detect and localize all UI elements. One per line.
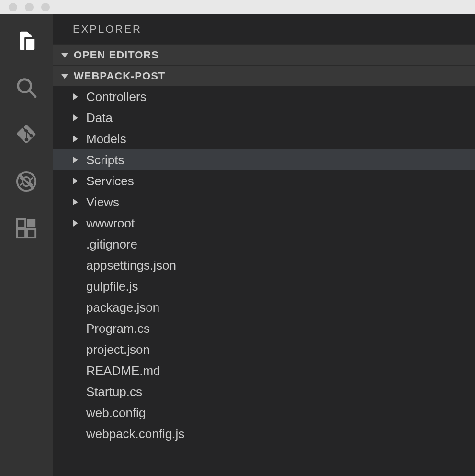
section-open-editors[interactable]: OPEN EDITORS [53,44,475,65]
activity-bar [0,14,53,476]
tree-item-label: Models [86,132,126,147]
close-traffic-icon[interactable] [9,3,17,11]
tree-item-label: wwwroot [86,216,135,231]
tree-item-label: Controllers [86,90,147,104]
tree-file[interactable]: web.config [53,402,475,423]
zoom-traffic-icon[interactable] [41,3,50,11]
tree-folder[interactable]: Data [53,107,475,128]
chevron-right-icon [72,114,79,121]
tree-file[interactable]: webpack.config.js [53,423,475,444]
sidebar-title: EXPLORER [53,14,475,44]
tree-item-label: .gitignore [86,237,137,252]
activity-explorer[interactable] [15,31,37,53]
tree-folder[interactable]: Scripts [53,149,475,170]
debug-icon [15,170,37,194]
tree-item-label: Scripts [86,153,124,168]
tree-item-label: appsettings.json [86,258,176,273]
activity-source-control[interactable] [15,125,37,147]
chevron-right-icon [72,157,79,163]
tree-folder[interactable]: Services [53,170,475,192]
explorer-sidebar: EXPLORER OPEN EDITORS WEBPACK-POST Contr… [53,14,475,476]
tree-folder[interactable]: Models [53,128,475,149]
chevron-down-icon [61,70,68,82]
tree-item-label: webpack.config.js [86,427,184,442]
tree-file[interactable]: .gitignore [53,234,475,255]
file-tree: ControllersDataModelsScriptsServicesView… [53,86,475,444]
tree-file[interactable]: Program.cs [53,318,475,339]
tree-file[interactable]: package.json [53,297,475,318]
tree-item-label: Program.cs [86,321,150,336]
svg-rect-9 [17,219,25,227]
tree-item-label: Services [86,174,134,189]
tree-folder[interactable]: Views [53,192,475,213]
tree-file[interactable]: README.md [53,360,475,381]
tree-folder[interactable]: Controllers [53,86,475,107]
activity-extensions[interactable] [15,218,37,240]
chevron-right-icon [72,136,79,142]
svg-rect-10 [17,229,25,238]
tree-item-label: README.md [86,363,160,378]
window-titlebar [0,0,475,14]
tree-item-label: package.json [86,300,159,315]
chevron-right-icon [72,93,79,100]
tree-file[interactable]: gulpfile.js [53,276,475,297]
extensions-icon [15,217,37,241]
chevron-right-icon [72,220,79,227]
tree-item-label: Data [86,111,113,125]
search-icon [15,77,37,101]
chevron-down-icon [61,49,68,61]
svg-rect-11 [27,229,35,238]
chevron-right-icon [72,199,79,205]
svg-line-1 [29,91,35,97]
svg-line-6 [30,178,33,180]
tree-item-label: Startup.cs [86,385,142,399]
tree-file[interactable]: Startup.cs [53,381,475,402]
main-layout: EXPLORER OPEN EDITORS WEBPACK-POST Contr… [0,14,475,476]
section-label: WEBPACK-POST [74,70,165,82]
tree-file[interactable]: project.json [53,339,475,360]
tree-item-label: Views [86,195,119,210]
tree-file[interactable]: appsettings.json [53,255,475,276]
files-icon [15,30,37,54]
tree-item-label: gulpfile.js [86,279,138,294]
svg-line-7 [20,183,23,185]
activity-debug[interactable] [15,171,37,193]
chevron-right-icon [72,178,79,184]
section-project[interactable]: WEBPACK-POST [53,65,475,86]
minimize-traffic-icon[interactable] [25,3,34,11]
svg-rect-12 [27,219,35,227]
activity-search[interactable] [15,78,37,100]
tree-item-label: web.config [86,406,146,420]
git-icon [15,124,37,147]
tree-folder[interactable]: wwwroot [53,213,475,234]
tree-item-label: project.json [86,342,150,357]
section-label: OPEN EDITORS [74,49,159,61]
